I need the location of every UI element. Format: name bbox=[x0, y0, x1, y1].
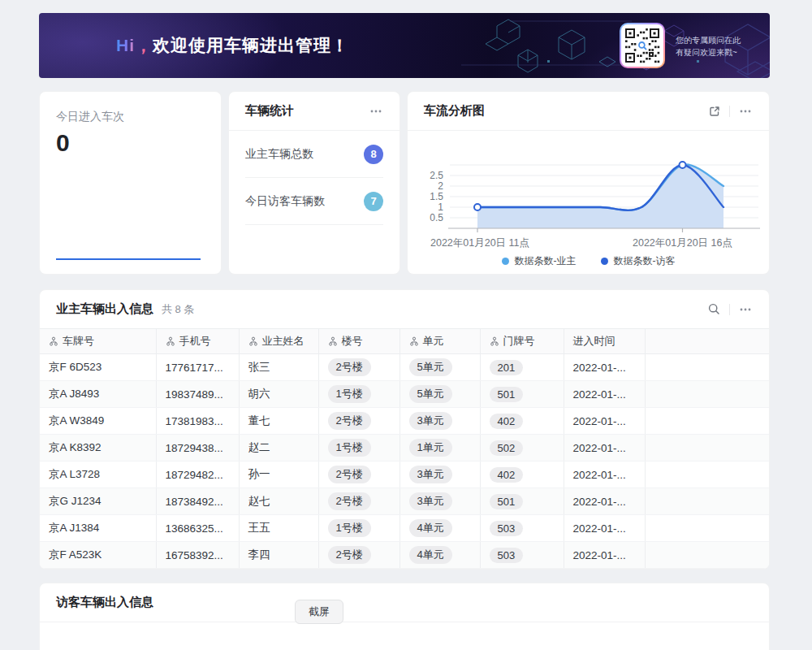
column-header-label: 进入时间 bbox=[573, 334, 615, 349]
table-cell[interactable]: 3单元 bbox=[400, 488, 480, 515]
table-cell[interactable]: 1号楼 bbox=[318, 515, 400, 542]
tag-pill: 4单元 bbox=[409, 519, 452, 537]
table-cell[interactable]: 张三 bbox=[239, 354, 318, 381]
table-cell[interactable]: 2022-01-... bbox=[564, 542, 645, 569]
vehicle-stats-card: 车辆统计 业主车辆总数 8今日访客车辆数 7 bbox=[228, 91, 400, 275]
table-cell[interactable]: 18729438... bbox=[156, 435, 239, 462]
table-cell[interactable]: 2022-01-... bbox=[564, 381, 645, 408]
more-icon[interactable] bbox=[369, 104, 383, 119]
column-header[interactable]: 进入时间 bbox=[564, 329, 645, 354]
table-cell[interactable]: 赵二 bbox=[239, 435, 318, 462]
table-cell[interactable]: 2022-01-... bbox=[564, 354, 645, 381]
table-cell[interactable]: 503 bbox=[480, 542, 564, 569]
table-cell[interactable]: 京A K8392 bbox=[40, 435, 156, 462]
table-cell[interactable]: 402 bbox=[480, 408, 564, 435]
table-cell[interactable]: 胡六 bbox=[239, 381, 318, 408]
owner-table-title: 业主车辆出入信息 bbox=[56, 301, 153, 317]
column-header[interactable]: 手机号 bbox=[156, 329, 239, 354]
y-axis-tick-label: 1.5 bbox=[430, 191, 443, 202]
tag-pill: 2号楼 bbox=[328, 358, 371, 376]
table-cell[interactable]: 19837489... bbox=[156, 381, 239, 408]
welcome-hi: Hi bbox=[116, 36, 135, 54]
tag-pill: 2号楼 bbox=[328, 412, 371, 430]
table-cell[interactable]: 201 bbox=[480, 354, 564, 381]
table-cell[interactable]: 孙一 bbox=[239, 462, 318, 488]
table-cell[interactable]: 2022-01-... bbox=[564, 488, 645, 515]
y-axis-tick-label: 1 bbox=[438, 202, 443, 213]
column-header-label: 业主姓名 bbox=[262, 334, 304, 349]
table-cell[interactable]: 16758392... bbox=[156, 542, 239, 569]
search-icon[interactable] bbox=[707, 302, 721, 316]
column-header[interactable]: 业主姓名 bbox=[239, 329, 318, 354]
table-cell[interactable]: 502 bbox=[480, 435, 564, 462]
more-icon[interactable] bbox=[738, 104, 753, 119]
table-cell[interactable]: 董七 bbox=[239, 408, 318, 435]
tag-pill: 3单元 bbox=[409, 412, 452, 430]
table-cell[interactable]: 402 bbox=[480, 462, 564, 488]
table-cell[interactable]: 京F 6D523 bbox=[40, 354, 156, 381]
table-cell[interactable]: 赵七 bbox=[239, 488, 318, 515]
column-header[interactable]: 楼号 bbox=[318, 329, 400, 354]
tag-pill: 2号楼 bbox=[328, 492, 371, 510]
table-cell[interactable]: 5单元 bbox=[400, 354, 480, 381]
table-cell[interactable]: 1单元 bbox=[400, 435, 480, 462]
table-cell[interactable]: 京G J1234 bbox=[40, 488, 156, 515]
table-cell[interactable]: 17761717... bbox=[156, 354, 239, 381]
column-header[interactable]: 车牌号 bbox=[40, 329, 156, 354]
table-cell[interactable]: 501 bbox=[480, 381, 564, 408]
tag-pill: 502 bbox=[490, 440, 524, 456]
table-row: 京F A523K16758392...李四2号楼4单元5032022-01-..… bbox=[40, 542, 769, 569]
table-cell-filler bbox=[645, 542, 769, 569]
table-cell[interactable]: 王五 bbox=[239, 515, 318, 542]
table-cell[interactable]: 17381983... bbox=[156, 408, 239, 435]
table-cell[interactable]: 2号楼 bbox=[318, 542, 400, 569]
export-icon[interactable] bbox=[708, 105, 721, 118]
today-entries-value: 0 bbox=[56, 129, 205, 157]
table-cell[interactable]: 13686325... bbox=[156, 515, 239, 542]
table-cell[interactable]: 2号楼 bbox=[318, 462, 400, 488]
legend-item[interactable]: 数据条数-访客 bbox=[601, 254, 676, 268]
table-cell[interactable]: 3单元 bbox=[400, 408, 480, 435]
column-header[interactable]: 单元 bbox=[400, 329, 480, 354]
tag-pill: 2号楼 bbox=[328, 466, 371, 483]
more-icon[interactable] bbox=[738, 302, 753, 317]
screenshot-button[interactable]: 截屏 bbox=[295, 600, 343, 624]
tag-pill: 1号楼 bbox=[328, 519, 371, 537]
traffic-chart-title: 车流分析图 bbox=[424, 103, 485, 119]
x-axis-tick-label: 2022年01月20日 16点 bbox=[633, 237, 732, 249]
table-cell[interactable]: 2号楼 bbox=[318, 488, 400, 515]
table-cell[interactable]: 2号楼 bbox=[318, 354, 400, 381]
x-axis-tick-label: 2022年01月20日 11点 bbox=[430, 237, 529, 249]
table-cell[interactable]: 京A J1384 bbox=[40, 515, 156, 542]
table-cell[interactable]: 1号楼 bbox=[318, 435, 400, 462]
link-field-icon bbox=[248, 336, 258, 346]
table-cell[interactable]: 1号楼 bbox=[318, 381, 400, 408]
table-cell[interactable]: 京A W3849 bbox=[40, 408, 156, 435]
owner-vehicles-card: 业主车辆出入信息 共 8 条 车牌号 手机号 业主姓 bbox=[39, 289, 770, 570]
legend-dot-icon bbox=[502, 258, 509, 265]
table-cell-filler bbox=[645, 381, 769, 408]
table-cell[interactable]: 501 bbox=[480, 488, 564, 515]
column-header[interactable]: 门牌号 bbox=[480, 329, 564, 354]
column-header-filler bbox=[645, 329, 769, 354]
table-cell[interactable]: 2号楼 bbox=[318, 408, 400, 435]
table-cell[interactable]: 2022-01-... bbox=[564, 515, 645, 542]
table-cell[interactable]: 李四 bbox=[239, 542, 318, 569]
y-axis-tick-label: 2 bbox=[438, 180, 443, 192]
table-cell[interactable]: 503 bbox=[480, 515, 564, 542]
table-cell[interactable]: 18738492... bbox=[156, 488, 239, 515]
legend-item[interactable]: 数据条数-业主 bbox=[502, 254, 577, 268]
table-cell[interactable]: 5单元 bbox=[400, 381, 480, 408]
table-cell[interactable]: 京A L3728 bbox=[40, 462, 156, 488]
welcome-comma: ， bbox=[135, 36, 153, 54]
table-cell[interactable]: 4单元 bbox=[400, 542, 480, 569]
table-cell[interactable]: 2022-01-... bbox=[564, 408, 645, 435]
owner-table-count: 共 8 条 bbox=[162, 302, 194, 317]
table-cell[interactable]: 4单元 bbox=[400, 515, 480, 542]
table-cell[interactable]: 3单元 bbox=[400, 462, 480, 488]
table-cell[interactable]: 京A J8493 bbox=[40, 381, 156, 408]
table-cell[interactable]: 2022-01-... bbox=[564, 435, 645, 462]
table-cell[interactable]: 京F A523K bbox=[40, 542, 156, 569]
table-cell[interactable]: 18729482... bbox=[156, 462, 239, 488]
table-cell[interactable]: 2022-01-... bbox=[564, 462, 645, 488]
